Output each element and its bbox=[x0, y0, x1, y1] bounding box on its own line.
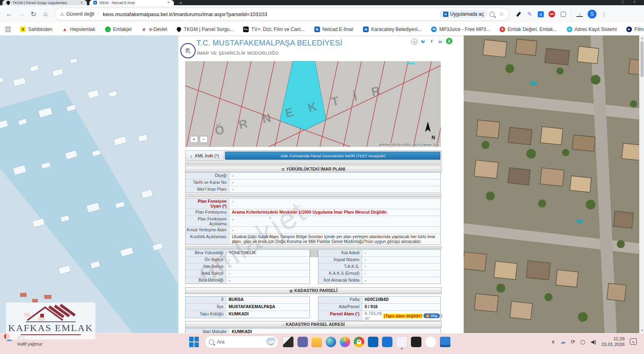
security-chip[interactable]: ⚠Güvenli değil bbox=[58, 11, 99, 17]
taskbar: ☁2 8°C Hafif yağmur Ara ∧ ☁ ⟳ ▢ ◀) 11:29… bbox=[0, 333, 644, 354]
bookmark-label: Hepsiemlak bbox=[70, 27, 95, 32]
file-explorer-icon[interactable] bbox=[312, 337, 322, 347]
yandex-icon[interactable] bbox=[425, 336, 436, 348]
bookmark-mp3juice[interactable]: M MP3Juice - Free MP3... bbox=[431, 27, 490, 32]
nav-ana-sayfa[interactable] bbox=[407, 63, 415, 64]
bookmark-karacabey[interactable]: N Karacabey Belediyesi... bbox=[363, 27, 421, 32]
imar-page: ♏ T.C. MUSTAFAKEMALPAŞA BELEDİYESİ İMAR … bbox=[178, 36, 464, 333]
bookmark-edevlet[interactable]: e e-Devlet bbox=[141, 27, 167, 32]
parcel-map[interactable]: ÖRNEKTİR + − [6450540.626159-625532.1862… bbox=[185, 61, 441, 147]
clock-time: 11:29 bbox=[601, 336, 625, 342]
bookmark-emlakjet[interactable]: ⌂ Emlakjet bbox=[105, 27, 132, 32]
section-divider bbox=[185, 246, 442, 249]
translate-extension-icon[interactable]: a bbox=[538, 11, 544, 17]
pen-extension-icon[interactable]: ✎ bbox=[526, 11, 533, 17]
bookmark-tkgm[interactable]: TKGM | Parsel Sorgu... bbox=[177, 27, 233, 32]
bilgi-button[interactable]: iBilgi bbox=[423, 313, 440, 318]
widgets-app-icon[interactable] bbox=[283, 336, 294, 348]
network-icon[interactable]: ▢ bbox=[580, 339, 585, 345]
copilot-icon[interactable] bbox=[340, 337, 350, 347]
camera-app-icon[interactable] bbox=[411, 337, 421, 347]
open-in-app-chip[interactable]: NUygulamada aç bbox=[440, 10, 487, 18]
table-row: İnşaat Nizamı - bbox=[318, 257, 440, 263]
kafkas-emlak-logo: KAFKAS EMLAK bbox=[6, 303, 95, 340]
teams-icon[interactable] bbox=[297, 337, 308, 347]
bookmark-favicon: TV+ bbox=[243, 27, 249, 32]
url-bar[interactable]: ⚠Güvenli değil keos.mustafakemalpasa.bel… bbox=[55, 8, 510, 21]
bookmark-netcad[interactable]: N Netcad E-İmar bbox=[314, 27, 353, 32]
parsel-alani-row: Parsel Alanı (¹) 6.755,06 m² (Tapu alanı… bbox=[318, 311, 440, 321]
tray-chevron-icon[interactable]: ∧ bbox=[551, 339, 555, 345]
bookmark-filmizle[interactable]: ▶ Film izle | Türkçe Dubl... bbox=[626, 27, 644, 32]
onedrive-icon[interactable]: ☁ bbox=[560, 339, 566, 345]
kml-download-label[interactable]: ↓.KML İndir (⁴) bbox=[186, 151, 224, 161]
table-row: Kat Adedi - bbox=[318, 250, 440, 257]
globe-icon[interactable]: ◍ bbox=[411, 39, 417, 45]
bookmark-tvplus[interactable]: TV+ TV+: Dizi, Film ve Canl... bbox=[243, 27, 304, 32]
bookmark-emlakdegeri[interactable]: E Emlak Değeri, Emlak... bbox=[500, 27, 557, 32]
new-tab-button[interactable]: + bbox=[180, 0, 182, 5]
update-icon[interactable]: ⟳ bbox=[571, 339, 575, 345]
start-button[interactable] bbox=[188, 336, 200, 348]
window-controls[interactable]: ▢ ✕ bbox=[621, 0, 640, 4]
downloads-icon[interactable]: ↓ bbox=[576, 11, 583, 17]
bookmark-favicon: E bbox=[500, 27, 505, 32]
back-icon[interactable]: ← bbox=[3, 10, 15, 18]
netcad-app-icon: N bbox=[443, 12, 448, 17]
adblock-extension-icon[interactable]: ABP bbox=[549, 11, 555, 17]
tab-tkgm[interactable]: TKGM | Parsel Sorgu Uygulaması ✕ bbox=[2, 0, 87, 5]
volume-icon[interactable]: ◀) bbox=[590, 339, 596, 345]
bookmark-label: Sahibinden bbox=[28, 27, 52, 32]
extensions-puzzle-icon[interactable] bbox=[560, 11, 566, 17]
bookmark-sahibinden[interactable]: S Sahibinden bbox=[20, 27, 52, 32]
bookmark-adreskayit[interactable]: A Adres Kayıt Sistemi bbox=[567, 27, 617, 32]
twitter-icon[interactable]: 🐦 bbox=[421, 39, 426, 44]
map-coordinates: [6450540.626159-625532.186202] Netcad 20… bbox=[378, 143, 440, 146]
tab-close-icon[interactable]: ✕ bbox=[80, 1, 83, 4]
linkedin-icon[interactable]: in bbox=[438, 39, 443, 44]
chrome-menu-icon[interactable]: ⋮ bbox=[601, 11, 607, 17]
bookmark-label: TV+: Dizi, Film ve Canl... bbox=[251, 27, 304, 32]
tab-netcad[interactable]: N 0/916 - Netcad E-İmar ✕ bbox=[89, 0, 174, 5]
bookmark-hepsiemlak[interactable]: ▲ Hepsiemlak bbox=[62, 27, 95, 32]
table-row: İdari Mahalle KUMKADI bbox=[186, 329, 440, 333]
this-pc-icon[interactable] bbox=[440, 337, 450, 347]
url-text[interactable]: keos.mustafakemalpasa.bel.tr/imardurumu/… bbox=[99, 11, 440, 17]
forward-icon[interactable]: → bbox=[15, 10, 27, 18]
taskbar-clock[interactable]: 11:29 23.01.2026 bbox=[601, 336, 625, 348]
zoom-out-button[interactable]: − bbox=[200, 136, 208, 143]
bookmark-favicon: S bbox=[20, 27, 26, 32]
tab-close-icon[interactable]: ✕ bbox=[167, 1, 170, 4]
scrollbar-thumb[interactable] bbox=[640, 41, 644, 77]
bookmark-favicon: A bbox=[567, 27, 572, 32]
page-title: T.C. MUSTAFAKEMALPAŞA BELEDİYESİ bbox=[196, 39, 343, 47]
zoom-in-button[interactable]: + bbox=[190, 136, 198, 143]
scroll-up-icon[interactable]: ▲ bbox=[640, 36, 644, 40]
apps-grid-icon[interactable] bbox=[6, 27, 10, 32]
scroll-down-icon[interactable]: ▼ bbox=[640, 329, 644, 332]
zoom-page-icon[interactable] bbox=[489, 12, 495, 17]
facebook-icon[interactable]: f bbox=[429, 39, 434, 44]
kadastro-adresi-header: ⌂KADASTRO PARSEL ADRESİ bbox=[185, 321, 442, 328]
outlook-icon[interactable] bbox=[368, 337, 378, 347]
section-divider bbox=[185, 162, 442, 165]
bookmark-star-icon[interactable]: ☆ bbox=[497, 11, 506, 17]
table-row: Yan Bahçe - bbox=[186, 263, 310, 270]
tab-favicon: N bbox=[93, 1, 97, 4]
edge-icon[interactable] bbox=[326, 337, 336, 347]
adres-table: İdari Mahalle KUMKADI bbox=[185, 328, 441, 333]
profile-avatar[interactable]: S bbox=[588, 10, 597, 19]
home-icon[interactable]: ⌂ bbox=[39, 10, 52, 18]
color-picker-extension-icon[interactable] bbox=[515, 11, 522, 17]
taskbar-search[interactable]: Ara bbox=[204, 335, 279, 348]
page-scrollbar[interactable]: ▲ ▼ bbox=[639, 35, 644, 333]
table-row: İlçe MUSTAFAKEMALPAŞA bbox=[186, 304, 310, 311]
notification-center-icon[interactable]: ✎ bbox=[630, 338, 637, 345]
chrome-icon[interactable] bbox=[354, 337, 364, 347]
green-download-icon[interactable]: ⬇ bbox=[446, 38, 452, 44]
snipping-tool-icon[interactable] bbox=[396, 336, 407, 348]
microsoft-store-icon[interactable] bbox=[382, 337, 392, 347]
bookmark-label: MP3Juice - Free MP3... bbox=[439, 27, 490, 32]
kml-download-button[interactable]: .KML Formatında Parsel Geometrisini İNDİ… bbox=[225, 152, 440, 160]
reload-icon[interactable]: ↻ bbox=[27, 10, 39, 19]
